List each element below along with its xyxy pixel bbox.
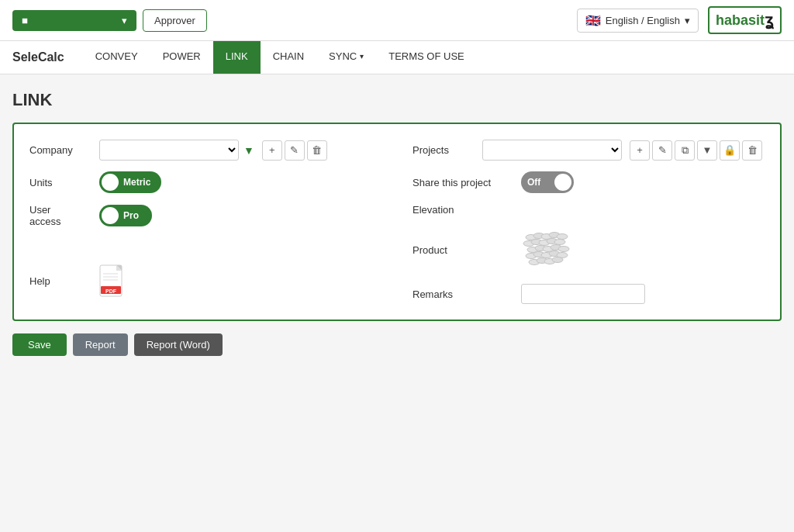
top-bar: ■ ▾ Approver 🇬🇧 English / English ▾ haba… bbox=[0, 0, 794, 41]
metric-label: Metric bbox=[123, 177, 150, 188]
pdf-icon[interactable]: PDF bbox=[99, 264, 127, 297]
off-label: Off bbox=[527, 177, 540, 188]
units-row: Units Metric bbox=[29, 171, 381, 193]
filter-icon[interactable]: ▼ bbox=[243, 144, 254, 157]
svg-point-23 bbox=[558, 246, 569, 251]
approver-button[interactable]: Approver bbox=[143, 9, 207, 32]
language-label: English / English bbox=[606, 15, 680, 26]
company-select[interactable] bbox=[99, 140, 239, 161]
nav-item-link[interactable]: LINK bbox=[213, 41, 261, 74]
pro-label: Pro bbox=[123, 210, 139, 221]
remarks-row: Remarks bbox=[413, 284, 765, 304]
logo-text: habasit bbox=[716, 12, 765, 29]
toggle-circle bbox=[554, 174, 571, 191]
projects-delete-button[interactable]: 🗑 bbox=[742, 140, 762, 161]
nav-brand: SeleCalc bbox=[12, 41, 77, 74]
nav-item-convey[interactable]: CONVEY bbox=[83, 41, 150, 74]
flag-icon: 🇬🇧 bbox=[585, 13, 601, 28]
right-column: Projects + ✎ ⧉ ▼ 🔒 🗑 Share this bbox=[413, 140, 765, 304]
elevation-label: Elevation bbox=[413, 204, 513, 216]
metric-toggle[interactable]: Metric bbox=[99, 171, 161, 193]
product-label: Product bbox=[413, 244, 513, 256]
top-bar-left: ■ ▾ Approver bbox=[12, 9, 207, 32]
chevron-down-icon: ▾ bbox=[122, 15, 127, 26]
report-word-button[interactable]: Report (Word) bbox=[134, 333, 223, 356]
company-edit-button[interactable]: ✎ bbox=[285, 140, 305, 161]
logo-box: habasit ʓ bbox=[708, 6, 782, 34]
svg-point-18 bbox=[554, 239, 565, 244]
save-button[interactable]: Save bbox=[12, 333, 67, 356]
language-selector[interactable]: 🇬🇧 English / English ▾ bbox=[577, 9, 699, 33]
nav-item-chain[interactable]: CHAIN bbox=[261, 41, 316, 74]
share-label: Share this project bbox=[413, 177, 513, 188]
metric-toggle-circle bbox=[102, 174, 119, 191]
svg-point-32 bbox=[552, 257, 563, 262]
left-column: Company ▼ + ✎ 🗑 Units bbox=[29, 140, 381, 304]
top-bar-right: 🇬🇧 English / English ▾ habasit ʓ bbox=[577, 6, 782, 34]
projects-copy-button[interactable]: ⧉ bbox=[675, 140, 695, 161]
product-row: Product bbox=[413, 226, 765, 273]
product-image bbox=[521, 226, 575, 273]
report-button[interactable]: Report bbox=[73, 333, 128, 356]
form-grid: Company ▼ + ✎ 🗑 Units bbox=[29, 140, 765, 304]
user-access-label: User access bbox=[29, 204, 91, 227]
units-label: Units bbox=[29, 177, 91, 188]
help-row: Help PDF bbox=[29, 264, 381, 297]
projects-lock-button[interactable]: 🔒 bbox=[720, 140, 740, 161]
company-label: Company bbox=[29, 144, 91, 156]
projects-add-button[interactable]: + bbox=[630, 140, 650, 161]
svg-text:PDF: PDF bbox=[105, 288, 117, 294]
company-delete-button[interactable]: 🗑 bbox=[307, 140, 327, 161]
user-access-row: User access Pro bbox=[29, 204, 381, 227]
projects-label: Projects bbox=[413, 144, 475, 156]
main-card: Company ▼ + ✎ 🗑 Units bbox=[12, 123, 782, 321]
user-dropdown[interactable]: ■ ▾ bbox=[12, 10, 136, 31]
projects-row: Projects + ✎ ⧉ ▼ 🔒 🗑 bbox=[413, 140, 765, 161]
user-icon: ■ bbox=[22, 15, 28, 26]
remarks-input[interactable] bbox=[521, 284, 645, 304]
main-content: LINK Company ▼ + ✎ 🗑 bbox=[0, 74, 794, 371]
spacer bbox=[29, 238, 381, 254]
user-label bbox=[52, 15, 98, 26]
page-title: LINK bbox=[12, 90, 782, 110]
projects-select[interactable] bbox=[482, 140, 622, 161]
company-add-button[interactable]: + bbox=[262, 140, 282, 161]
projects-btn-group: + ✎ ⧉ ▼ 🔒 🗑 bbox=[630, 140, 762, 161]
projects-download-button[interactable]: ▼ bbox=[697, 140, 717, 161]
pro-toggle[interactable]: Pro bbox=[99, 205, 152, 226]
bottom-buttons: Save Report Report (Word) bbox=[12, 333, 782, 356]
company-btn-group: + ✎ 🗑 bbox=[262, 140, 327, 161]
company-row: Company ▼ + ✎ 🗑 bbox=[29, 140, 381, 161]
logo-arc: ʓ bbox=[765, 11, 774, 29]
remarks-label: Remarks bbox=[413, 288, 513, 300]
chevron-down-icon: ▾ bbox=[685, 15, 690, 26]
company-select-wrapper: ▼ bbox=[99, 140, 254, 161]
pro-toggle-circle bbox=[102, 207, 119, 224]
nav-item-power[interactable]: POWER bbox=[150, 41, 213, 74]
share-row: Share this project Off bbox=[413, 171, 765, 193]
share-toggle[interactable]: Off bbox=[521, 171, 574, 193]
sync-caret: ▾ bbox=[360, 52, 364, 60]
nav-item-terms[interactable]: TERMS OF USE bbox=[376, 41, 477, 74]
nav-item-sync[interactable]: SYNC ▾ bbox=[316, 41, 376, 74]
help-label: Help bbox=[29, 275, 91, 287]
nav-bar: SeleCalc CONVEY POWER LINK CHAIN SYNC ▾ … bbox=[0, 41, 794, 74]
projects-edit-button[interactable]: ✎ bbox=[652, 140, 672, 161]
svg-point-13 bbox=[557, 233, 568, 239]
elevation-row: Elevation bbox=[413, 204, 765, 216]
